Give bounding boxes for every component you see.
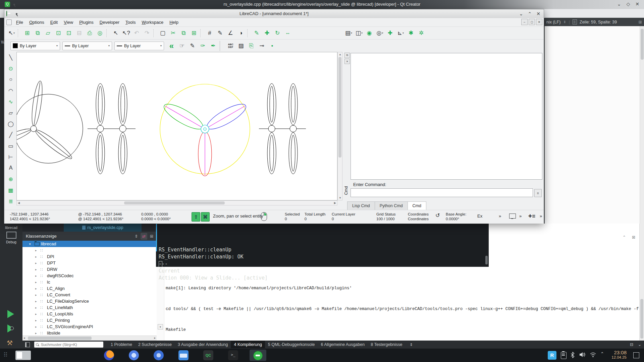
angle-lines-button[interactable]: ∠ [225, 28, 236, 38]
separator[interactable] [18, 29, 21, 37]
search-input[interactable] [40, 342, 95, 347]
separator[interactable] [200, 29, 204, 37]
tangent-line-tool[interactable]: ╱ [6, 130, 15, 139]
expander-icon[interactable]: ▸ [35, 300, 40, 303]
move-button[interactable]: ✚ [262, 28, 272, 38]
expander-icon[interactable]: ▸ [35, 306, 40, 309]
encoding-selector[interactable]: nix (LF) [546, 20, 560, 24]
pen-button[interactable]: ✎ [252, 28, 262, 38]
tree-row[interactable]: ▸ ∷ LC_LoopUtils [22, 311, 157, 317]
tab-rs-overlayslide[interactable]: rs_overlayslide.cpp [64, 224, 142, 232]
mdi-restore-icon[interactable]: ◻ [529, 19, 535, 25]
selection-pointer-combo[interactable]: ↖▾ [6, 28, 17, 38]
snap-toggle-button[interactable]: ⇧ [192, 212, 200, 222]
clipboard-button[interactable]: ⎘ [246, 41, 257, 51]
tray-app-icon[interactable]: R [548, 351, 556, 360]
split-panel-icon[interactable]: ⊞ [150, 234, 153, 239]
tree-row[interactable]: ▸ ∷ DPI [22, 253, 157, 260]
save-button[interactable]: ⊡ [53, 28, 64, 38]
expander-icon[interactable]: ▸ [35, 274, 40, 278]
output-pane-tab[interactable]: 4 Kompilierung [231, 341, 265, 348]
pager-widget[interactable] [15, 351, 31, 360]
tree-row[interactable]: ▾ librecad [22, 241, 157, 247]
arc-tool[interactable]: ◠ [6, 86, 15, 95]
expander-icon[interactable]: ▸ [35, 293, 40, 297]
expander-icon[interactable]: ▸ [35, 319, 40, 322]
minimize-pane-icon[interactable]: ⊟ [630, 342, 633, 347]
draft-mode-button[interactable]: ✎ [215, 28, 225, 38]
paste-button[interactable]: ⊞ [189, 28, 199, 38]
command-tab[interactable]: Cmd [408, 201, 426, 210]
entity-list-tool[interactable]: ≣ [6, 197, 15, 205]
point-button[interactable]: • [267, 41, 277, 51]
open-drawing-button[interactable]: ▱ [43, 28, 53, 38]
font-explode-button[interactable]: ABC DEF [225, 41, 236, 51]
menu-item[interactable]: Developer [97, 19, 122, 26]
hatch-button[interactable]: ▨ [236, 41, 246, 51]
clipboard-icon[interactable] [561, 352, 567, 359]
minimize-icon[interactable]: ⌄ [519, 11, 523, 16]
menu-item[interactable]: Help [166, 19, 181, 26]
firefox-icon[interactable] [104, 350, 114, 360]
terminal-scrollbar[interactable] [485, 224, 488, 267]
measure-tool[interactable]: ▦ [6, 186, 15, 194]
editor-scrollbar[interactable] [640, 26, 644, 224]
wifi-icon[interactable] [590, 352, 596, 359]
close-icon[interactable]: ✕ [536, 11, 540, 16]
print-button[interactable]: ⎙ [85, 28, 95, 38]
expander-icon[interactable]: ▸ [35, 255, 40, 258]
updown-icon[interactable]: ⇕ [563, 20, 566, 24]
tree-row[interactable]: ▸ ∷ DRW [22, 266, 157, 273]
context-help-icon[interactable] [6, 19, 12, 25]
menu-item[interactable]: Workspace [139, 19, 166, 26]
app-launcher-icon[interactable]: ⠿ [3, 351, 8, 359]
point-tool[interactable]: ⊙ [6, 64, 15, 73]
expander-icon[interactable]: ▾ [29, 242, 34, 246]
brush-copy-button[interactable]: ✒ [208, 41, 218, 51]
run-button[interactable] [7, 310, 14, 318]
separator[interactable] [220, 41, 224, 51]
pen-attribute-combo[interactable]: By Layer ▾ [114, 42, 164, 50]
select-entity-button[interactable]: ↖ [111, 28, 121, 38]
zoom-entity-button[interactable]: ◎▾ [375, 28, 385, 38]
close-icon[interactable]: ✕ [635, 1, 639, 7]
sort-icon[interactable]: ⇕ [135, 234, 138, 239]
polyline-tool[interactable]: ▱ [6, 108, 15, 117]
drawing-preferences-button[interactable]: ✲ [416, 28, 427, 38]
window-list-button[interactable]: ◫▾ [354, 28, 364, 38]
coordinate-axes-button[interactable]: ⊾▾ [395, 28, 406, 38]
maximize-icon[interactable]: ◇ [626, 1, 630, 7]
split-editor-icon[interactable]: ⊞ [639, 19, 642, 24]
command-toggle-button[interactable]: ⌘ [201, 212, 210, 222]
dimension-tool[interactable]: ⊢ [6, 153, 15, 161]
volume-icon[interactable] [579, 352, 585, 359]
zoom-tool[interactable]: ⊕ [6, 175, 15, 183]
brush-button[interactable]: ✑ [198, 41, 208, 51]
menu-item[interactable]: Plugins [76, 19, 97, 26]
canvas-vscrollbar[interactable]: ▲ ▼ [337, 52, 342, 200]
editor-area[interactable] [544, 26, 644, 224]
output-pane-tab[interactable]: 8 Testergebnisse [368, 341, 405, 348]
pen-edit-button[interactable]: ✎ [187, 41, 198, 51]
mdi-minimize-icon[interactable]: – [521, 19, 528, 25]
expander-icon[interactable]: ▸ [35, 249, 40, 252]
class-tree-hscrollbar[interactable]: ◂ ▸ [22, 336, 157, 341]
maximize-icon[interactable]: ⌃ [528, 11, 532, 16]
screen-icon[interactable] [509, 214, 516, 219]
qtcreator-taskbar-icon[interactable]: QC [203, 350, 213, 360]
back-button[interactable]: « [166, 41, 177, 51]
copy-button[interactable]: ⧉ [178, 28, 189, 38]
overflow-chevron[interactable]: » [499, 214, 501, 219]
tree-row[interactable]: ▸ ∷ libslide [22, 330, 157, 336]
tree-row[interactable]: ▸ ∷ LC_FileDialogService [22, 298, 157, 304]
selection-window-button[interactable]: ▢ [158, 28, 168, 38]
menu-item[interactable]: Edit [47, 19, 61, 26]
rotate-button[interactable]: ↻ [272, 28, 283, 38]
menu-item[interactable]: File [13, 19, 26, 26]
rectangle-tool[interactable]: ▭ [6, 141, 15, 150]
line-tool[interactable]: ╲ [6, 53, 15, 62]
coordinates-widget[interactable]: CoordinatesCoordinates [408, 212, 429, 221]
pane-maximize-icon[interactable]: ⌃ [623, 235, 626, 240]
sync-with-editor-icon[interactable]: ⇄ [141, 233, 147, 240]
browser-icon[interactable] [154, 350, 164, 360]
